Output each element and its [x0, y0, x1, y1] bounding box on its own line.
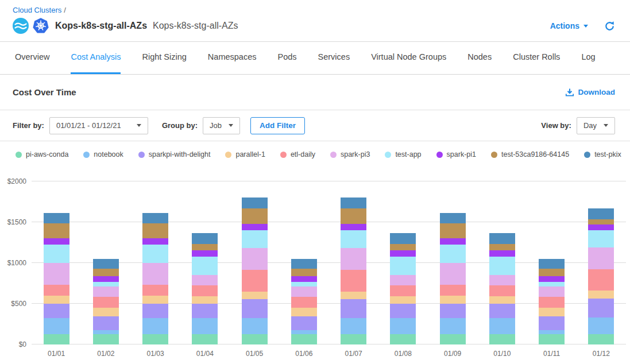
bar-segment-test-pkix[interactable]: [588, 208, 614, 219]
bar-segment-spark-pi1[interactable]: [93, 276, 119, 282]
bar-segment-spark-pi3[interactable]: [390, 275, 416, 285]
legend-item-etl-daily[interactable]: etl-daily: [280, 150, 315, 158]
bar-segment-test-53ca9186-64145[interactable]: [341, 208, 366, 224]
bar-segment-test-app[interactable]: [440, 245, 466, 263]
stacked-bar-01-11[interactable]: [539, 259, 565, 344]
bar-segment-parallel-1[interactable]: [192, 296, 218, 304]
bar-segment-test-53ca9186-64145[interactable]: [291, 269, 317, 276]
bar-segment-test-53ca9186-64145[interactable]: [142, 223, 168, 239]
bar-segment-spark-pi3[interactable]: [192, 275, 218, 285]
bar-segment-test-pkix[interactable]: [539, 259, 565, 269]
view-by-select[interactable]: Day: [577, 117, 615, 134]
bar-segment-parallel-1[interactable]: [142, 296, 168, 304]
bar-segment-sparkpi-with-delight[interactable]: [489, 304, 515, 318]
bar-segment-etl-daily[interactable]: [341, 270, 366, 292]
bar-segment-spark-pi1[interactable]: [242, 224, 268, 230]
actions-button[interactable]: Actions: [550, 21, 588, 30]
legend-item-test-53ca9186-64145[interactable]: test-53ca9186-64145: [491, 150, 569, 158]
bar-segment-spark-pi1[interactable]: [588, 224, 614, 230]
bar-segment-notebook[interactable]: [341, 318, 366, 334]
bar-segment-test-app[interactable]: [588, 230, 614, 248]
bar-segment-spark-pi3[interactable]: [489, 275, 515, 285]
legend-item-spark-pi1[interactable]: spark-pi1: [436, 150, 476, 158]
bar-segment-pi-aws-conda[interactable]: [440, 334, 466, 344]
bar-segment-test-app[interactable]: [192, 257, 218, 276]
bar-segment-notebook[interactable]: [142, 318, 168, 334]
bar-segment-test-app[interactable]: [489, 257, 515, 276]
bar-segment-test-53ca9186-64145[interactable]: [93, 269, 119, 276]
bar-segment-parallel-1[interactable]: [539, 308, 565, 316]
bar-segment-test-pkix[interactable]: [341, 198, 366, 208]
legend-item-pi-aws-conda[interactable]: pi-aws-conda: [16, 150, 68, 158]
bar-segment-pi-aws-conda[interactable]: [588, 334, 614, 344]
bar-segment-test-pkix[interactable]: [192, 233, 218, 244]
bar-segment-spark-pi1[interactable]: [440, 238, 466, 245]
bar-segment-test-pkix[interactable]: [390, 233, 416, 244]
bar-segment-etl-daily[interactable]: [588, 269, 614, 291]
bar-segment-notebook[interactable]: [291, 330, 317, 334]
bar-segment-pi-aws-conda[interactable]: [390, 334, 416, 344]
bar-segment-parallel-1[interactable]: [489, 296, 515, 304]
bar-segment-notebook[interactable]: [390, 318, 416, 334]
bar-segment-spark-pi1[interactable]: [142, 238, 168, 245]
tab-right-sizing[interactable]: Right Sizing: [142, 42, 186, 74]
bar-segment-pi-aws-conda[interactable]: [192, 334, 218, 344]
legend-item-test-app[interactable]: test-app: [385, 150, 421, 158]
bar-segment-parallel-1[interactable]: [242, 292, 268, 299]
stacked-bar-01-01[interactable]: [44, 213, 69, 344]
bar-segment-test-53ca9186-64145[interactable]: [440, 223, 466, 239]
bar-segment-notebook[interactable]: [588, 317, 614, 334]
bar-segment-spark-pi1[interactable]: [192, 250, 218, 257]
tab-namespaces[interactable]: Namespaces: [208, 42, 257, 74]
stacked-bar-01-03[interactable]: [142, 213, 168, 344]
bar-segment-spark-pi3[interactable]: [539, 286, 565, 297]
bar-segment-pi-aws-conda[interactable]: [93, 334, 119, 344]
bar-segment-sparkpi-with-delight[interactable]: [291, 316, 317, 330]
bar-segment-etl-daily[interactable]: [44, 285, 69, 295]
bar-segment-parallel-1[interactable]: [93, 308, 119, 316]
bar-segment-notebook[interactable]: [440, 318, 466, 334]
bar-segment-spark-pi3[interactable]: [242, 248, 268, 270]
bar-segment-test-pkix[interactable]: [142, 213, 168, 223]
bar-segment-sparkpi-with-delight[interactable]: [44, 304, 69, 318]
stacked-bar-01-12[interactable]: [588, 208, 614, 344]
bar-segment-test-app[interactable]: [539, 282, 565, 286]
date-range-select[interactable]: 01/01/21 - 01/12/21: [49, 117, 148, 134]
bar-segment-test-app[interactable]: [242, 230, 268, 248]
bar-segment-spark-pi1[interactable]: [291, 276, 317, 282]
bar-segment-notebook[interactable]: [539, 330, 565, 334]
legend-item-sparkpi-with-delight[interactable]: sparkpi-with-delight: [138, 150, 211, 158]
bar-segment-parallel-1[interactable]: [440, 296, 466, 304]
bar-segment-spark-pi3[interactable]: [341, 248, 366, 270]
bar-segment-sparkpi-with-delight[interactable]: [192, 304, 218, 318]
bar-segment-test-pkix[interactable]: [242, 198, 268, 208]
bar-segment-spark-pi3[interactable]: [588, 247, 614, 269]
bar-segment-etl-daily[interactable]: [390, 285, 416, 296]
bar-segment-sparkpi-with-delight[interactable]: [341, 299, 366, 318]
legend-item-notebook[interactable]: notebook: [83, 150, 123, 158]
bar-segment-etl-daily[interactable]: [142, 285, 168, 295]
bar-segment-parallel-1[interactable]: [341, 292, 366, 299]
bar-segment-etl-daily[interactable]: [192, 285, 218, 296]
bar-segment-spark-pi1[interactable]: [44, 238, 69, 245]
bar-segment-pi-aws-conda[interactable]: [291, 334, 317, 344]
bar-segment-etl-daily[interactable]: [93, 297, 119, 308]
bar-segment-test-53ca9186-64145[interactable]: [588, 219, 614, 224]
bar-segment-pi-aws-conda[interactable]: [489, 334, 515, 344]
bar-segment-test-app[interactable]: [291, 282, 317, 286]
bar-segment-spark-pi3[interactable]: [44, 263, 69, 285]
stacked-bar-01-09[interactable]: [440, 213, 466, 344]
tab-virtual-node-groups[interactable]: Virtual Node Groups: [371, 42, 446, 74]
bar-segment-test-pkix[interactable]: [489, 233, 515, 244]
tab-cluster-rolls[interactable]: Cluster Rolls: [513, 42, 560, 74]
bar-segment-sparkpi-with-delight[interactable]: [242, 299, 268, 318]
bar-segment-test-53ca9186-64145[interactable]: [192, 244, 218, 250]
bar-segment-notebook[interactable]: [242, 318, 268, 334]
bar-segment-test-53ca9186-64145[interactable]: [390, 244, 416, 250]
bar-segment-etl-daily[interactable]: [440, 285, 466, 295]
bar-segment-test-53ca9186-64145[interactable]: [539, 269, 565, 276]
stacked-bar-01-08[interactable]: [390, 233, 416, 344]
add-filter-button[interactable]: Add Filter: [250, 117, 305, 134]
bar-segment-test-app[interactable]: [142, 245, 168, 263]
bar-segment-test-pkix[interactable]: [291, 259, 317, 269]
